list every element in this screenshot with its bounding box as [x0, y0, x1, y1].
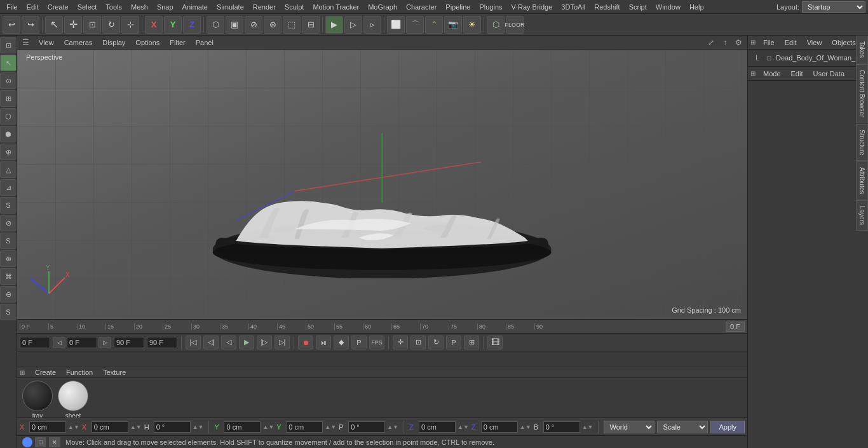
menu-animate[interactable]: Animate — [179, 2, 212, 12]
tab-structure[interactable]: Structure — [856, 124, 868, 161]
subdivide-button[interactable]: ⬡ — [487, 16, 505, 34]
attr-edit-menu[interactable]: Edit — [789, 69, 806, 79]
z-size-stepper[interactable]: ▲▼ — [520, 424, 531, 430]
edge-mode-button[interactable]: ⊘ — [245, 16, 262, 34]
mode-btn-3[interactable]: ⊙ — [0, 72, 17, 89]
current-frame-input[interactable] — [67, 337, 97, 348]
material-tray[interactable]: tray — [22, 381, 53, 419]
playback-settings-button[interactable]: P — [351, 336, 367, 350]
menu-select[interactable]: Select — [74, 2, 101, 12]
material-texture-menu[interactable]: Texture — [100, 367, 128, 377]
start-frame-input[interactable] — [20, 337, 50, 348]
material-ball-sheet[interactable] — [58, 381, 88, 411]
menu-edit[interactable]: Edit — [23, 2, 43, 12]
frame-minus-btn[interactable]: ◁ — [53, 337, 65, 348]
end-frame-input-2[interactable] — [147, 337, 177, 348]
material-create-menu[interactable]: Create — [32, 367, 58, 377]
z-size-input[interactable] — [481, 421, 518, 433]
mode-btn-15[interactable]: ⊖ — [0, 286, 17, 302]
z-pos-stepper[interactable]: ▲▼ — [458, 424, 469, 430]
x-size-stepper[interactable]: ▲▼ — [130, 424, 142, 430]
menu-redshift[interactable]: Redshift — [590, 2, 623, 12]
viewport-panel-menu[interactable]: Panel — [193, 37, 216, 48]
mode-btn-14[interactable]: ⌘ — [0, 268, 17, 285]
menu-render[interactable]: Render — [249, 2, 280, 12]
status-icon-2[interactable]: □ — [35, 437, 46, 447]
mode-btn-6[interactable]: ⬢ — [0, 126, 17, 142]
b-rot-stepper[interactable]: ▲▼ — [582, 424, 593, 430]
render-preview-button[interactable]: ▶ — [325, 16, 343, 34]
x-axis-button[interactable]: X — [145, 16, 163, 34]
play-reverse-button[interactable]: ◁ — [221, 336, 236, 350]
x-pos-input[interactable] — [29, 421, 66, 433]
h-rot-stepper[interactable]: ▲▼ — [193, 424, 204, 430]
x-pos-stepper[interactable]: ▲▼ — [68, 424, 79, 430]
menu-motion-tracker[interactable]: Motion Tracker — [309, 2, 363, 12]
set-key-transport[interactable]: P — [446, 336, 461, 350]
mode-btn-8[interactable]: △ — [0, 161, 17, 178]
y-size-input[interactable] — [286, 421, 323, 433]
y-axis-button[interactable]: Y — [164, 16, 182, 34]
light-button[interactable]: ☀ — [463, 16, 481, 34]
cube-button[interactable]: ⬜ — [387, 16, 405, 34]
record-button[interactable]: ⏺ — [298, 336, 313, 350]
next-frame-button[interactable]: |▷ — [257, 336, 272, 350]
menu-simulate[interactable]: Simulate — [213, 2, 248, 12]
poly-mode-button[interactable]: ▣ — [226, 16, 243, 34]
play-button[interactable]: ▶ — [239, 336, 254, 350]
viewport-menu-icon[interactable]: ☰ — [20, 37, 31, 48]
mode-btn-13[interactable]: ⊛ — [0, 250, 17, 267]
y-pos-stepper[interactable]: ▲▼ — [262, 424, 274, 430]
apply-button[interactable]: Apply — [710, 421, 745, 433]
p-rot-stepper[interactable]: ▲▼ — [387, 424, 398, 430]
prev-frame-button[interactable]: ◁| — [203, 336, 219, 350]
z-pos-input[interactable] — [419, 421, 456, 433]
texture-mode-button[interactable]: ⊟ — [302, 16, 320, 34]
material-function-menu[interactable]: Function — [64, 367, 95, 377]
objects-view-menu[interactable]: View — [804, 37, 825, 48]
material-ball-tray[interactable] — [22, 381, 53, 411]
x-size-input[interactable] — [92, 421, 128, 433]
interactive-render-button[interactable]: ▹ — [363, 16, 381, 34]
mode-btn-2[interactable]: ↖ — [0, 55, 17, 71]
b-rot-input[interactable] — [543, 421, 580, 433]
menu-3dtoall[interactable]: 3DToAll — [557, 2, 589, 12]
menu-mograph[interactable]: MoGraph — [364, 2, 401, 12]
go-to-start-button[interactable]: |◁ — [186, 336, 201, 350]
scale-tool-button[interactable]: ⊡ — [83, 16, 101, 34]
y-pos-input[interactable] — [224, 421, 261, 433]
frame-plus-btn[interactable]: ▷ — [98, 337, 111, 348]
viewport-up-icon[interactable]: ↑ — [719, 37, 731, 48]
timeline-tracks[interactable] — [17, 351, 747, 367]
mode-btn-10[interactable]: S — [0, 197, 17, 214]
redo-button[interactable]: ↪ — [22, 16, 39, 34]
undo-button[interactable]: ↩ — [3, 16, 20, 34]
menu-sculpt[interactable]: Sculpt — [281, 2, 308, 12]
menu-pipeline[interactable]: Pipeline — [442, 2, 474, 12]
viewport-cameras-menu[interactable]: Cameras — [62, 37, 95, 48]
material-sheet[interactable]: sheet — [58, 381, 88, 419]
mode-btn-4[interactable]: ⊞ — [0, 90, 17, 107]
deformer-button[interactable]: ⌃ — [425, 16, 443, 34]
spline-button[interactable]: ⌒ — [406, 16, 424, 34]
rotate-transport[interactable]: ↻ — [428, 336, 444, 350]
object-row-body[interactable]: L ⊡ Dead_Body_Of_Woman_Covered_with_Whit… — [750, 52, 868, 64]
status-icon-1[interactable] — [22, 437, 32, 447]
tab-content-browser[interactable]: Content Browser — [856, 64, 868, 123]
mode-btn-16[interactable]: S — [0, 304, 17, 320]
object-mode-button[interactable]: ⬡ — [207, 16, 224, 34]
objects-edit-menu[interactable]: Edit — [782, 37, 799, 48]
viewport-canvas[interactable]: Perspective — [17, 50, 747, 319]
p-rot-input[interactable] — [348, 421, 385, 433]
menu-tools[interactable]: Tools — [102, 2, 126, 12]
auto-key-button[interactable]: ⏯ — [316, 336, 331, 350]
select-tool-button[interactable]: ↖ — [45, 16, 63, 34]
tab-takes[interactable]: Takes — [856, 36, 868, 64]
menu-create[interactable]: Create — [44, 2, 72, 12]
transform-button[interactable]: ⊹ — [121, 16, 139, 34]
objects-objects-menu[interactable]: Objects — [829, 37, 858, 48]
y-size-stepper[interactable]: ▲▼ — [325, 424, 336, 430]
rotate-tool-button[interactable]: ↻ — [102, 16, 120, 34]
world-dropdown[interactable]: World Object — [604, 421, 654, 433]
floor-button[interactable]: FLOOR — [506, 16, 524, 34]
